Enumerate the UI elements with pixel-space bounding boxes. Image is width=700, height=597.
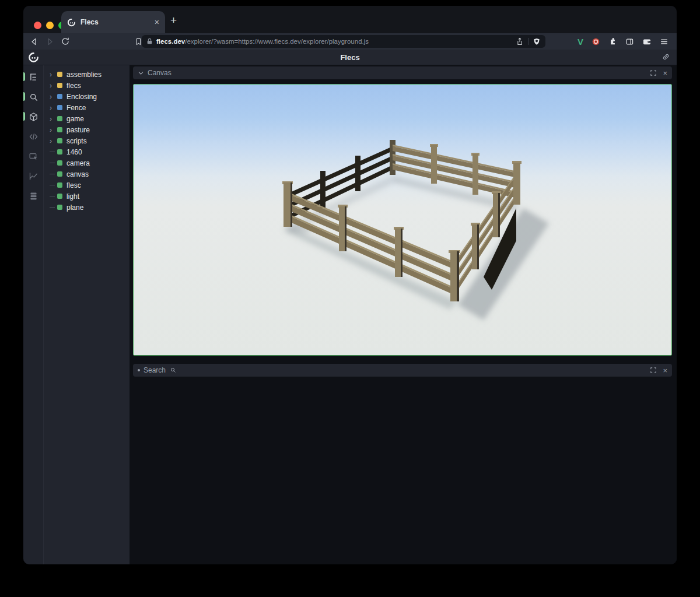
entity-label: flecs (66, 82, 81, 90)
expand-arrow-icon[interactable]: › (50, 93, 57, 100)
canvas-panel-title: Canvas (148, 69, 650, 77)
tree-item-1460[interactable]: 1460 (44, 146, 130, 157)
entity-label: scripts (66, 137, 87, 145)
canvas-close-icon[interactable]: × (663, 69, 667, 78)
canvas-3d-scene[interactable] (133, 84, 672, 356)
entity-color-square (57, 149, 62, 154)
share-icon[interactable] (516, 37, 524, 46)
tree-connector (50, 163, 55, 163)
fullscreen-icon[interactable] (650, 367, 657, 374)
tab-favicon-flecs-icon (67, 18, 76, 27)
active-indicator (23, 92, 25, 101)
window-close-button[interactable] (34, 22, 41, 29)
search-icon (29, 92, 38, 102)
expand-arrow-icon[interactable]: › (50, 127, 57, 134)
expand-arrow-icon[interactable]: › (50, 71, 57, 78)
url-text: flecs.dev/explorer/?wasm=https://www.fle… (156, 38, 516, 45)
tree-item-flesc[interactable]: flesc (44, 180, 130, 191)
rail-item-code[interactable] (23, 129, 43, 143)
entity-label: camera (66, 159, 90, 167)
canvas-viewport[interactable] (133, 84, 672, 356)
tree-item-Fence[interactable]: ›Fence (44, 102, 130, 113)
entity-label: flesc (66, 181, 81, 189)
menu-hamburger-icon[interactable] (660, 37, 668, 46)
inspector-icon (29, 152, 38, 161)
tree-item-assemblies[interactable]: ›assemblies (44, 69, 130, 80)
tree-item-plane[interactable]: plane (44, 202, 130, 213)
entity-label: canvas (66, 170, 89, 178)
tree-item-flecs[interactable]: ›flecs (44, 80, 130, 91)
tree-item-canvas[interactable]: canvas (44, 168, 130, 180)
share-link-icon[interactable] (661, 52, 671, 62)
forward-button[interactable] (45, 37, 55, 47)
tree-item-scripts[interactable]: ›scripts (44, 135, 130, 146)
lock-icon (146, 38, 153, 45)
search-panel-header[interactable]: Search × (133, 364, 672, 377)
tree-connector (50, 196, 55, 196)
entity-label: Enclosing (66, 93, 97, 101)
tree-item-pasture[interactable]: ›pasture (44, 124, 130, 135)
rail-item-canvas[interactable] (23, 110, 43, 124)
icon-rail (23, 65, 43, 564)
wallet-icon[interactable] (642, 37, 652, 46)
expand-arrow-icon[interactable]: › (50, 82, 57, 89)
expand-arrow-icon[interactable]: › (50, 138, 57, 145)
brave-shield-icon[interactable] (533, 37, 541, 46)
vue-devtools-icon[interactable]: V (578, 37, 583, 47)
entity-color-square (57, 205, 62, 210)
search-panel-title-text: Search (144, 366, 166, 374)
cube-icon (29, 112, 38, 122)
search-panel-title: Search (144, 366, 650, 374)
entity-label: Fence (66, 104, 86, 112)
chevron-down-icon[interactable] (138, 70, 144, 76)
tab-close-icon[interactable]: × (155, 17, 159, 27)
browser-tab[interactable]: Flecs × (61, 11, 165, 33)
back-button[interactable] (29, 37, 39, 47)
rail-item-stats[interactable] (23, 169, 43, 183)
sidebar-toggle-icon[interactable] (625, 37, 634, 46)
tree-item-Enclosing[interactable]: ›Enclosing (44, 91, 130, 102)
flecs-logo-icon[interactable] (28, 52, 39, 63)
entity-color-square (57, 83, 62, 88)
rail-item-inspect[interactable] (23, 149, 43, 163)
toolbar-divider (528, 38, 528, 45)
new-tab-button[interactable]: + (170, 14, 177, 27)
canvas-panel-header[interactable]: Canvas × (133, 66, 672, 79)
fullscreen-icon[interactable] (650, 69, 657, 76)
tree-item-light[interactable]: light (44, 191, 130, 202)
panel-collapsed-dot-icon[interactable] (138, 369, 140, 371)
tree-item-camera[interactable]: camera (44, 157, 130, 168)
tree-connector (50, 152, 55, 152)
entity-color-square (57, 182, 62, 188)
url-bar[interactable]: flecs.dev/explorer/?wasm=https://www.fle… (142, 35, 545, 48)
reload-button[interactable] (61, 37, 70, 46)
entity-color-square (57, 160, 62, 166)
sky-and-ground (134, 85, 671, 355)
url-path: /explorer/?wasm=https://www.flecs.dev/ex… (185, 38, 369, 45)
entity-label: pasture (66, 126, 90, 134)
tree-connector (50, 207, 55, 208)
main-content: Canvas × (130, 65, 677, 564)
entity-label: plane (66, 203, 83, 212)
entity-label: 1460 (66, 148, 82, 156)
entity-color-square (57, 171, 62, 177)
rail-item-memory[interactable] (23, 189, 43, 203)
entity-color-square (57, 94, 62, 99)
app-title: Flecs (23, 53, 677, 62)
window-minimize-button[interactable] (46, 22, 54, 29)
search-close-icon[interactable]: × (663, 366, 667, 375)
rail-item-tree[interactable] (23, 70, 43, 84)
entity-color-square (57, 105, 62, 110)
tree-item-game[interactable]: ›game (44, 113, 130, 124)
url-domain: flecs.dev (156, 38, 185, 45)
entity-color-square (57, 116, 62, 121)
expand-arrow-icon[interactable]: › (50, 115, 57, 122)
rail-item-search[interactable] (23, 90, 43, 104)
extension-red-icon[interactable] (592, 37, 600, 46)
extensions-puzzle-icon[interactable] (608, 37, 617, 46)
expand-arrow-icon[interactable]: › (50, 104, 57, 111)
entity-label: assemblies (66, 71, 102, 79)
active-indicator (23, 72, 25, 81)
tree-icon (29, 72, 38, 82)
search-panel-body (130, 377, 677, 564)
